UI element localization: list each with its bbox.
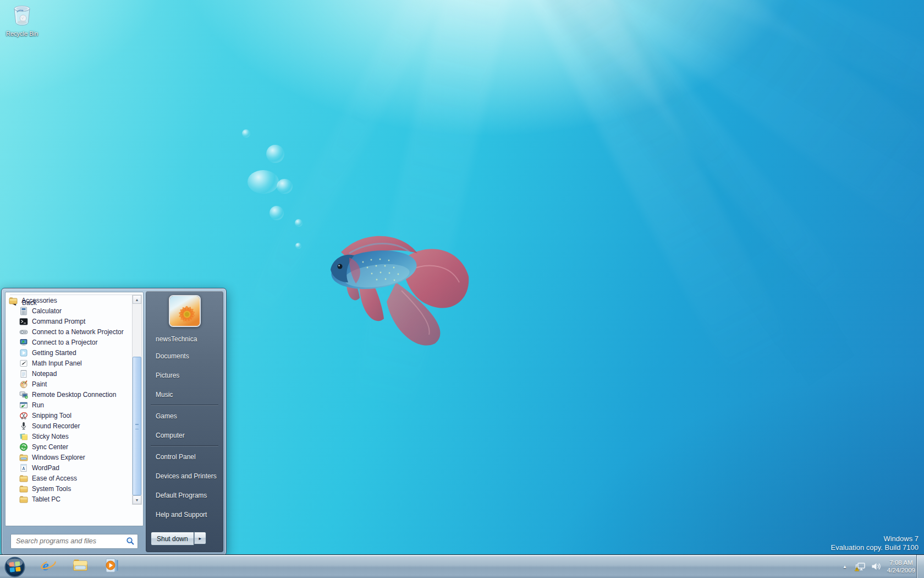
left-item-label: Getting Started	[32, 349, 76, 357]
left-item-system-tools[interactable]: System Tools	[6, 483, 131, 494]
bubble	[266, 145, 284, 163]
taskbar: e ▲ 7:08 AM 4/24/2009	[0, 554, 924, 578]
left-item-connect-to-a-projector[interactable]: Connect to a Projector	[6, 337, 131, 347]
shut-down-button[interactable]: Shut down	[151, 532, 194, 546]
start-button[interactable]	[4, 557, 25, 577]
search-input[interactable]	[10, 534, 138, 549]
left-item-sticky-notes[interactable]: Sticky Notes	[6, 431, 131, 441]
left-item-sound-recorder[interactable]: Sound Recorder	[6, 421, 131, 431]
bubble	[270, 206, 284, 220]
folder-icon	[19, 474, 28, 483]
start-left-list: Accessories CalculatorCommand PromptConn…	[6, 295, 131, 504]
recycle-bin[interactable]: Recycle Bin	[4, 3, 40, 37]
left-item-snipping-tool[interactable]: Snipping Tool	[6, 410, 131, 421]
left-item-notepad[interactable]: Notepad	[6, 368, 131, 379]
start-right-item-devices-and-printers[interactable]: Devices and Printers	[146, 466, 223, 486]
left-item-label: System Tools	[32, 485, 71, 493]
search-area	[5, 531, 144, 552]
watermark-line1: Windows 7	[831, 535, 919, 543]
calculator-icon	[19, 307, 28, 315]
left-item-label: Command Prompt	[32, 318, 85, 325]
scrollbar-thumb[interactable]	[133, 357, 141, 495]
left-item-remote-desktop-connection[interactable]: Remote Desktop Connection	[6, 389, 131, 400]
start-right-item-default-programs[interactable]: Default Programs	[146, 486, 223, 505]
left-item-accessories[interactable]: Accessories	[6, 295, 131, 306]
scroll-up-button[interactable]: ▲	[133, 295, 141, 304]
start-right-item-control-panel[interactable]: Control Panel	[146, 447, 223, 466]
left-item-label: Accessories	[21, 297, 57, 304]
scrollbar-grip	[135, 424, 139, 429]
left-item-tablet-pc[interactable]: Tablet PC	[6, 494, 131, 504]
left-item-label: Tablet PC	[32, 495, 61, 503]
left-item-label: WordPad	[32, 464, 59, 472]
shut-down-label: Shut down	[157, 535, 188, 543]
watermark-line2: Evaluation copy. Build 7100	[831, 543, 919, 552]
left-item-command-prompt[interactable]: Command Prompt	[6, 316, 131, 326]
left-item-connect-to-a-network-projector[interactable]: Connect to a Network Projector	[6, 326, 131, 337]
start-right-item-help-and-support[interactable]: Help and Support	[146, 505, 223, 524]
programs-scrollbar[interactable]: ▲ ▼	[132, 295, 142, 505]
internet-explorer-taskbar-button[interactable]: e	[40, 558, 57, 575]
left-item-label: Connect to a Network Projector	[32, 328, 124, 336]
right-item-label: Music	[156, 391, 173, 399]
left-item-getting-started[interactable]: Getting Started	[6, 347, 131, 358]
left-item-label: Sync Center	[32, 443, 68, 451]
windows-media-player-taskbar-button[interactable]	[103, 558, 121, 575]
right-panel-separator	[151, 405, 218, 406]
left-item-label: Math Input Panel	[32, 359, 82, 367]
show-desktop-button[interactable]	[916, 555, 924, 578]
start-menu-right-panel: newsTechnica DocumentsPicturesMusicGames…	[146, 291, 223, 552]
remote-desktop-icon	[19, 390, 28, 399]
projector-icon	[19, 338, 28, 347]
start-menu: Accessories CalculatorCommand PromptConn…	[1, 288, 227, 555]
math-input-panel-icon	[19, 359, 28, 368]
shut-down-options-button[interactable]: ▸	[194, 532, 206, 544]
start-right-item-pictures[interactable]: Pictures	[146, 366, 223, 385]
left-item-run[interactable]: Run	[6, 400, 131, 410]
start-menu-programs-panel: Accessories CalculatorCommand PromptConn…	[5, 292, 144, 526]
left-item-sync-center[interactable]: Sync Center	[6, 441, 131, 452]
right-item-label: Computer	[156, 432, 185, 439]
clock-time: 7:08 AM	[887, 559, 915, 566]
start-right-item-user[interactable]: newsTechnica	[146, 332, 223, 346]
left-item-windows-explorer[interactable]: Windows Explorer	[6, 452, 131, 462]
shutdown-options-arrow-icon: ▸	[199, 536, 201, 541]
svg-text:e: e	[42, 558, 49, 574]
scroll-down-button[interactable]: ▼	[133, 495, 141, 504]
left-item-label: Calculator	[32, 307, 62, 315]
wordpad-icon	[19, 464, 28, 472]
right-panel-separator	[151, 445, 218, 446]
user-name-label: newsTechnica	[156, 335, 197, 343]
left-item-label: Sound Recorder	[32, 422, 80, 430]
recycle-bin-icon	[9, 20, 35, 29]
right-item-label: Documents	[156, 352, 189, 360]
taskbar-clock[interactable]: 7:08 AM 4/24/2009	[887, 559, 915, 574]
volume-icon[interactable]	[871, 562, 881, 571]
getting-started-icon	[19, 348, 28, 357]
sound-recorder-icon	[19, 422, 28, 430]
network-warning-icon[interactable]	[854, 562, 866, 571]
start-right-item-music[interactable]: Music	[146, 385, 223, 404]
command-prompt-icon	[19, 317, 28, 326]
bubble	[277, 179, 293, 194]
show-hidden-icons-button[interactable]: ▲	[840, 562, 849, 571]
start-right-item-computer[interactable]: Computer	[146, 426, 223, 445]
notepad-icon	[19, 369, 28, 378]
left-item-label: Connect to a Projector	[32, 339, 97, 346]
start-right-item-documents[interactable]: Documents	[146, 346, 223, 366]
left-item-math-input-panel[interactable]: Math Input Panel	[6, 358, 131, 368]
left-item-ease-of-access[interactable]: Ease of Access	[6, 473, 131, 483]
left-item-wordpad[interactable]: WordPad	[6, 462, 131, 473]
left-item-label: Remote Desktop Connection	[32, 391, 116, 399]
left-item-calculator[interactable]: Calculator	[6, 306, 131, 316]
user-avatar[interactable]	[169, 295, 201, 327]
start-right-item-games[interactable]: Games	[146, 406, 223, 426]
windows-explorer-taskbar-taskbar-button[interactable]	[72, 558, 89, 575]
internet-explorer-icon: e	[40, 557, 57, 576]
betta-fish-wallpaper	[294, 219, 481, 351]
search-icon	[126, 537, 135, 548]
run-icon	[19, 401, 28, 410]
folder-icon	[19, 495, 28, 504]
right-item-label: Help and Support	[156, 511, 207, 519]
left-item-paint[interactable]: Paint	[6, 379, 131, 389]
